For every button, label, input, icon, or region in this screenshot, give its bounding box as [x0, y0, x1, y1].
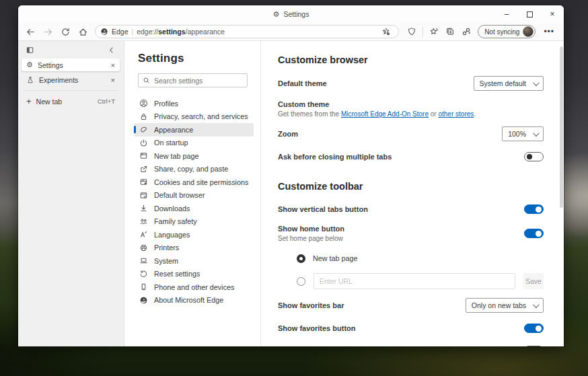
refresh-button[interactable]	[57, 25, 73, 39]
chevron-down-icon	[533, 130, 540, 137]
collections-icon	[445, 27, 455, 36]
toolbar-divider	[422, 27, 423, 36]
sidebar-item-family-safety[interactable]: Family safety	[134, 215, 254, 229]
sidebar-item-languages[interactable]: Languages	[134, 228, 254, 241]
chevron-down-icon	[533, 301, 540, 308]
custom-theme-description: Get themes from the Microsoft Edge Add-O…	[278, 110, 544, 118]
edge-logo-icon	[139, 296, 148, 305]
row-home-newtab-option: New tab page	[297, 252, 544, 265]
row-default-theme: Default theme System default	[278, 76, 544, 91]
chevron-down-icon	[533, 79, 540, 86]
phone-icon	[139, 283, 148, 291]
chevron-left-icon[interactable]	[107, 46, 116, 54]
plus-icon: +	[26, 96, 32, 106]
ask-before-closing-toggle[interactable]	[524, 152, 544, 161]
sidebar-item-system[interactable]: System	[134, 254, 254, 268]
browser-window: ⚙ Settings – ×	[18, 5, 564, 346]
close-button[interactable]: ×	[541, 5, 564, 23]
collections-button[interactable]	[443, 25, 457, 39]
tab-title-label: Settings	[283, 10, 309, 18]
show-home-subtext: Set home page below	[278, 235, 344, 242]
tab-label: Settings	[38, 61, 106, 69]
sidebar-item-phone-devices[interactable]: Phone and other devices	[134, 280, 254, 294]
close-tab-icon[interactable]: ×	[111, 76, 115, 84]
add-favorite-button[interactable]	[379, 25, 394, 39]
favorites-bar-dropdown[interactable]: Only on new tabs	[466, 298, 544, 313]
forward-button[interactable]	[40, 25, 56, 39]
save-button[interactable]: Save	[523, 273, 544, 289]
section-heading-customize-toolbar: Customize toolbar	[278, 181, 544, 192]
sidebar-item-about-edge[interactable]: About Microsoft Edge	[134, 294, 254, 307]
new-tab-page-radio[interactable]	[297, 254, 305, 263]
minimize-button[interactable]: –	[495, 5, 518, 23]
address-bar[interactable]: Edge | edge://settings/appearance	[95, 25, 399, 38]
link-icon	[462, 27, 471, 36]
sidebar-item-on-startup[interactable]: On startup	[134, 137, 254, 150]
tab-experiments[interactable]: Experiments ×	[22, 73, 120, 86]
back-arrow-icon	[26, 27, 36, 37]
browser-essentials-button[interactable]	[404, 25, 419, 39]
home-icon	[78, 27, 88, 37]
favorites-star-icon	[429, 27, 439, 36]
row-zoom: Zoom 100%	[278, 126, 544, 141]
row-show-favorites-button: Show favorites button	[278, 322, 544, 335]
settings-page: Settings Profiles Privacy, search, and s…	[124, 41, 564, 346]
home-button[interactable]	[75, 25, 91, 39]
site-engine-label: Edge	[112, 28, 128, 36]
page-title: Settings	[138, 52, 260, 65]
sidebar-item-printers[interactable]: Printers	[134, 241, 254, 255]
gear-icon: ⚙	[26, 61, 33, 69]
section-heading-customize-browser: Customize browser	[278, 54, 544, 65]
sidebar-item-profiles[interactable]: Profiles	[134, 97, 254, 110]
sidebar-item-downloads[interactable]: Downloads	[134, 202, 254, 215]
maximize-button[interactable]	[518, 5, 541, 23]
title-bar[interactable]: ⚙ Settings – ×	[18, 5, 564, 23]
search-input[interactable]	[154, 77, 243, 85]
row-show-vertical-tabs: Show vertical tabs button	[278, 202, 544, 216]
zoom-dropdown[interactable]: 100%	[502, 126, 544, 141]
row-ask-before-closing: Ask before closing multiple tabs	[278, 150, 544, 163]
show-favorites-toggle[interactable]	[524, 324, 544, 333]
show-history-toggle[interactable]	[524, 346, 544, 346]
tab-settings[interactable]: ⚙ Settings ×	[22, 59, 120, 71]
share-icon	[139, 165, 148, 174]
reset-icon	[139, 270, 148, 278]
star-gear-icon	[381, 27, 391, 36]
close-tab-icon[interactable]: ×	[111, 61, 115, 69]
back-button[interactable]	[22, 25, 38, 39]
content-scrollbar[interactable]	[560, 46, 563, 208]
new-tab-page-icon	[139, 151, 148, 160]
sidebar-item-appearance[interactable]: Appearance	[134, 123, 254, 137]
other-stores-link[interactable]: other stores	[438, 110, 474, 118]
appearance-icon	[139, 125, 148, 134]
show-vertical-tabs-toggle[interactable]	[524, 204, 544, 214]
sidebar-item-privacy[interactable]: Privacy, search, and services	[134, 110, 254, 124]
maximize-icon	[527, 11, 533, 17]
favorites-button[interactable]	[427, 25, 441, 39]
privacy-lock-icon	[139, 112, 148, 121]
sidebar-item-new-tab-page[interactable]: New tab page	[134, 149, 254, 163]
default-theme-dropdown[interactable]: System default	[474, 76, 544, 91]
settings-search[interactable]	[138, 73, 248, 87]
settings-and-more-button[interactable]: •••	[540, 27, 558, 36]
sync-status-button[interactable]: Not syncing	[478, 25, 536, 38]
sidebar-item-default-browser[interactable]: Default browser	[134, 189, 254, 202]
settings-content: Customize browser Default theme System d…	[261, 41, 564, 346]
default-browser-icon	[139, 191, 148, 200]
custom-url-radio[interactable]	[297, 277, 305, 286]
sidebar-item-reset-settings[interactable]: Reset settings	[134, 268, 254, 281]
show-home-toggle[interactable]	[524, 229, 544, 238]
vertical-tabs-panel: ⚙ Settings × Experiments × + New tab Ctr…	[18, 41, 124, 346]
profiles-icon	[139, 99, 148, 108]
family-safety-icon	[139, 217, 148, 226]
page-link-button[interactable]	[459, 25, 474, 39]
desktop-wallpaper: ⚙ Settings – ×	[0, 0, 588, 376]
addon-store-link[interactable]: Microsoft Edge Add-On Store	[341, 110, 429, 118]
power-icon	[139, 139, 148, 147]
sidebar-item-share-copy-paste[interactable]: Share, copy, and paste	[134, 163, 254, 176]
new-tab-button[interactable]: + New tab Ctrl+T	[22, 95, 120, 108]
home-url-input[interactable]	[314, 273, 515, 289]
new-tab-label: New tab	[36, 98, 93, 106]
row-show-home: Show home button Set home page below	[278, 225, 544, 242]
sidebar-item-cookies-permissions[interactable]: Cookies and site permissions	[134, 176, 254, 189]
